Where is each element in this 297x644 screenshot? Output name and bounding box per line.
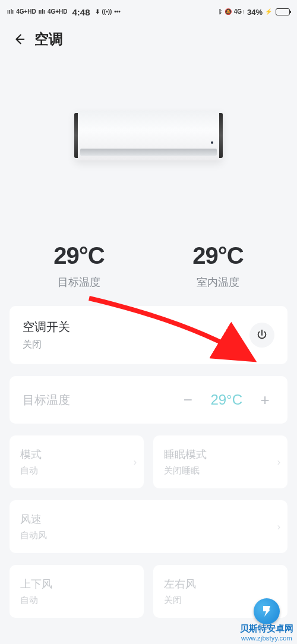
vswing-sub: 自动	[20, 595, 133, 606]
vswing-title: 上下风	[20, 577, 133, 591]
target-temp-card-label: 目标温度	[23, 392, 70, 408]
target-temp-card-value: 29°C	[210, 392, 242, 408]
target-temp-value: 29°C	[10, 242, 148, 269]
dnd-icon: 🔕	[225, 9, 232, 15]
bluetooth-icon: ᛒ	[219, 9, 222, 15]
sleep-card[interactable]: 睡眠模式 关闭睡眠 ›	[153, 435, 287, 488]
indoor-temp-label: 室内温度	[148, 275, 287, 289]
mode-sub: 自动	[20, 465, 133, 476]
temp-plus-button[interactable]: +	[255, 390, 274, 409]
navbar: 空调	[0, 24, 297, 52]
charge-icon: ⚡	[265, 9, 272, 15]
power-state: 关闭	[23, 339, 70, 351]
battery-icon	[276, 8, 290, 15]
arrow-left-icon	[12, 33, 26, 46]
net-1-label: 4G+HD	[16, 9, 36, 15]
signal-2-icon: ıılı	[39, 9, 45, 15]
watermark-name: 贝斯特安卓网	[240, 623, 293, 634]
hswing-card[interactable]: 左右风 关闭	[153, 565, 287, 618]
power-title: 空调开关	[23, 319, 70, 335]
chevron-right-icon: ›	[134, 457, 137, 468]
mode-title: 模式	[20, 447, 133, 462]
net-2-label: 4G+HD	[48, 9, 68, 15]
hswing-title: 左右风	[164, 577, 277, 591]
power-card: 空调开关 关闭	[10, 306, 287, 364]
chevron-right-icon: ›	[277, 522, 280, 532]
net-right: 4G↑	[234, 9, 245, 15]
target-temp-readout: 29°C 目标温度	[10, 242, 148, 289]
target-temp-card: 目标温度 − 29°C +	[10, 376, 287, 424]
power-button[interactable]	[249, 323, 274, 348]
download-icon: ⬇	[95, 9, 100, 15]
fan-sub: 自动风	[20, 530, 277, 541]
temp-minus-button[interactable]: −	[178, 390, 197, 409]
page-title: 空调	[34, 30, 63, 49]
hotspot-icon: ((•))	[102, 9, 112, 15]
battery-pct: 34%	[247, 8, 263, 17]
back-button[interactable]	[10, 30, 29, 49]
vswing-card[interactable]: 上下风 自动	[10, 565, 144, 618]
sleep-sub: 关闭睡眠	[164, 465, 277, 476]
sleep-title: 睡眠模式	[164, 447, 277, 462]
status-time: 4:48	[72, 7, 90, 17]
chevron-right-icon: ›	[277, 457, 280, 468]
hswing-sub: 关闭	[164, 595, 277, 606]
fan-title: 风速	[20, 512, 277, 526]
signal-1-icon: ıılı	[7, 9, 14, 15]
target-temp-label: 目标温度	[10, 275, 148, 289]
indoor-temp-value: 29°C	[148, 242, 287, 269]
fan-card[interactable]: 风速 自动风 ›	[10, 500, 287, 553]
ac-unit-illustration	[74, 111, 223, 160]
readouts: 29°C 目标温度 29°C 室内温度	[10, 242, 287, 289]
indoor-temp-readout: 29°C 室内温度	[148, 242, 287, 289]
content: 29°C 目标温度 29°C 室内温度 空调开关 关闭 目标温度 − 29°C …	[0, 52, 297, 618]
status-bar: ıılı 4G+HD ıılı 4G+HD 4:48 ⬇ ((•)) ••• ᛒ…	[0, 0, 297, 24]
watermark-url: www.zjbstyy.com	[241, 634, 292, 642]
more-icon: •••	[114, 9, 121, 15]
mode-card[interactable]: 模式 自动 ›	[10, 435, 144, 488]
power-icon	[255, 329, 268, 342]
device-image	[10, 52, 287, 219]
